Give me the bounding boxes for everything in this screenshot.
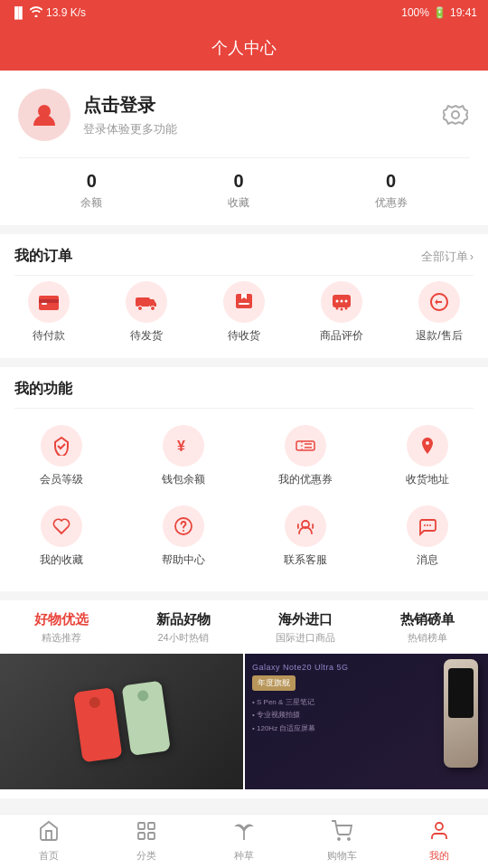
category-sub-4: 热销榜单: [408, 631, 447, 645]
login-subtitle: 登录体验更多功能: [83, 121, 177, 137]
product-card-galaxy[interactable]: Galaxy Note20 Ultra 5G 年度旗舰 • S Pen & 三星…: [245, 654, 488, 789]
settings-icon[interactable]: [441, 100, 470, 129]
message-label: 消息: [417, 552, 438, 568]
svg-point-7: [138, 307, 143, 311]
category-sub-2: 24小时热销: [157, 631, 208, 645]
grass-label: 种草: [234, 849, 254, 863]
category-overseas[interactable]: 海外进口 国际进口商品: [244, 611, 366, 645]
time-text: 19:41: [450, 6, 477, 19]
svg-point-35: [436, 823, 443, 830]
pending-receive-label: 待收货: [228, 328, 260, 344]
svg-point-2: [452, 111, 459, 118]
svg-point-14: [345, 307, 348, 310]
mine-label: 我的: [429, 849, 449, 863]
order-pending-ship[interactable]: 待发货: [98, 281, 195, 344]
feature-message[interactable]: 消息: [366, 496, 488, 577]
nav-mine[interactable]: 我的: [390, 815, 488, 868]
features-title: 我的功能: [14, 380, 72, 399]
svg-point-17: [345, 300, 348, 303]
wifi-icon: [30, 6, 42, 20]
stat-balance[interactable]: 0 余额: [80, 171, 102, 211]
orders-row: 待付款 待发货 待收货: [0, 276, 488, 358]
category-name-3: 海外进口: [278, 611, 333, 628]
order-review[interactable]: 商品评价: [293, 281, 390, 344]
member-label: 会员等级: [40, 472, 83, 487]
feature-service[interactable]: 联系客服: [244, 496, 366, 577]
svg-rect-19: [296, 441, 314, 450]
feature-address[interactable]: 收货地址: [366, 416, 488, 496]
category-sub-3: 国际进口商品: [276, 631, 335, 645]
signal-icon: ▐▌: [11, 6, 26, 19]
nav-cart[interactable]: 购物车: [293, 815, 390, 868]
grass-icon: [233, 820, 255, 847]
pending-payment-label: 待付款: [33, 328, 65, 344]
svg-point-27: [427, 524, 428, 526]
nav-grass[interactable]: 种草: [195, 815, 293, 868]
svg-rect-29: [138, 823, 145, 829]
nav-category[interactable]: 分类: [98, 815, 195, 868]
svg-point-13: [341, 308, 343, 311]
feature-favorites[interactable]: 我的收藏: [0, 496, 122, 577]
svg-point-33: [338, 838, 340, 840]
favorites-value: 0: [233, 171, 243, 192]
feature-member[interactable]: 会员等级: [0, 416, 122, 496]
review-label: 商品评价: [320, 328, 363, 344]
refund-icon: [418, 281, 460, 323]
pending-ship-icon: [126, 281, 167, 323]
category-selected[interactable]: 好物优选 精选推荐: [0, 611, 122, 645]
svg-point-26: [424, 524, 426, 526]
service-label: 联系客服: [284, 552, 327, 568]
category-label: 分类: [136, 849, 156, 863]
products-grid: Galaxy Note20 Ultra 5G 年度旗舰 • S Pen & 三星…: [0, 654, 488, 789]
service-icon: [285, 505, 326, 547]
cart-icon: [331, 820, 352, 847]
order-pending-receive[interactable]: 待收货: [195, 281, 293, 344]
order-refund[interactable]: 退款/售后: [390, 281, 488, 344]
category-new[interactable]: 新品好物 24小时热销: [122, 611, 244, 645]
stat-coupons[interactable]: 0 优惠券: [375, 171, 408, 211]
orders-section: 我的订单 全部订单 › 待付款: [0, 234, 488, 358]
svg-point-15: [336, 300, 339, 303]
page-title: 个人中心: [211, 37, 277, 59]
profile-info: 点击登录 登录体验更多功能: [83, 93, 177, 137]
orders-more[interactable]: 全部订单 ›: [421, 249, 474, 265]
mine-icon: [428, 820, 450, 847]
feature-wallet[interactable]: ¥ 钱包余额: [122, 416, 244, 496]
refund-label: 退款/售后: [416, 328, 462, 344]
speed-text: 13.9 K/s: [46, 6, 86, 19]
svg-rect-10: [239, 303, 249, 305]
profile-left[interactable]: 点击登录 登录体验更多功能: [18, 89, 177, 141]
category-name-1: 好物优选: [34, 611, 89, 628]
order-pending-payment[interactable]: 待付款: [0, 281, 98, 344]
stat-favorites[interactable]: 0 收藏: [228, 171, 249, 211]
home-icon: [38, 820, 60, 847]
profile-top: 点击登录 登录体验更多功能: [18, 89, 470, 141]
balance-label: 余额: [80, 195, 102, 211]
product-card-phones[interactable]: [0, 654, 243, 789]
address-label: 收货地址: [406, 472, 449, 487]
nav-home[interactable]: 首页: [0, 815, 98, 868]
features-grid: 会员等级 ¥ 钱包余额 我的优惠券: [0, 409, 488, 591]
category-hot[interactable]: 热销磅单 热销榜单: [366, 611, 488, 645]
avatar: [18, 89, 70, 141]
svg-rect-32: [148, 833, 155, 839]
categories-row: 好物优选 精选推荐 新品好物 24小时热销 海外进口 国际进口商品 热销磅单 热…: [0, 600, 488, 652]
coupons-value: 0: [386, 171, 396, 192]
categories-section: 好物优选 精选推荐 新品好物 24小时热销 海外进口 国际进口商品 热销磅单 热…: [0, 600, 488, 798]
orders-title: 我的订单: [14, 247, 72, 266]
feature-help[interactable]: 帮助中心: [122, 496, 244, 577]
features-section: 我的功能 会员等级 ¥ 钱包余额: [0, 367, 488, 591]
battery-text: 100%: [401, 6, 429, 19]
favorites-icon: [41, 505, 82, 547]
favorites-label: 收藏: [228, 195, 249, 211]
pending-payment-icon: [28, 281, 70, 323]
bottom-nav: 首页 分类 种草 购物车: [0, 814, 488, 868]
category-icon: [136, 820, 157, 847]
coupon-label: 我的优惠券: [278, 472, 333, 487]
category-name-4: 热销磅单: [400, 611, 455, 628]
feature-coupon[interactable]: 我的优惠券: [244, 416, 366, 496]
stats-row: 0 余额 0 收藏 0 优惠券: [18, 157, 470, 211]
svg-rect-4: [39, 299, 59, 303]
svg-rect-31: [138, 833, 145, 839]
svg-point-24: [183, 530, 184, 532]
